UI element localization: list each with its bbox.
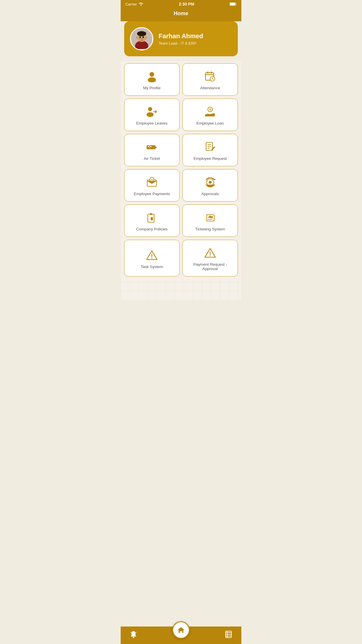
wifi-icon <box>139 2 143 6</box>
menu-item-my-profile[interactable]: My Profile <box>124 63 180 96</box>
svg-point-43 <box>152 258 152 258</box>
menu-label-task-system: Task System <box>141 265 163 269</box>
page-header: Home <box>121 8 241 21</box>
svg-rect-39 <box>150 213 152 215</box>
menu-label-air-ticket: Air Ticket <box>144 156 160 161</box>
menu-item-employee-payments[interactable]: $ Employee Payments <box>124 169 180 202</box>
menu-item-task-system[interactable]: Task System <box>124 240 180 276</box>
menu-label-employee-loan: Employee Loan <box>196 121 224 125</box>
svg-point-21 <box>147 112 154 117</box>
svg-text:$: $ <box>151 178 152 181</box>
svg-point-6 <box>136 36 138 38</box>
menu-item-air-ticket[interactable]: Air Ticket <box>124 134 180 166</box>
menu-grid-area: My Profile Attendance <box>121 61 241 300</box>
svg-point-8 <box>139 36 141 38</box>
menu-label-employee-leaves: Employee Leaves <box>136 121 167 125</box>
menu-item-approvals[interactable]: Approvals <box>182 169 238 202</box>
ticket-plane-icon <box>146 141 158 153</box>
status-left: Carrier <box>125 2 143 6</box>
svg-point-45 <box>210 256 211 256</box>
carrier-label: Carrier <box>125 2 137 6</box>
menu-label-approvals: Approvals <box>201 192 219 196</box>
svg-rect-1 <box>230 3 235 5</box>
triangle-exclamation-icon <box>146 249 158 262</box>
calendar-clock-icon <box>204 70 216 83</box>
page-title: Home <box>174 10 188 16</box>
person-icon <box>146 70 158 83</box>
menu-label-ticketing-system: Ticketing System <box>195 227 225 231</box>
svg-point-7 <box>145 36 147 38</box>
svg-point-20 <box>148 107 152 111</box>
menu-item-ticketing-system[interactable]: Ticketing System <box>182 204 238 237</box>
svg-rect-27 <box>150 146 152 147</box>
menu-item-employee-request[interactable]: Employee Request <box>182 134 238 166</box>
menu-item-attendance[interactable]: Attendance <box>182 63 238 96</box>
menu-grid: My Profile Attendance <box>124 63 238 276</box>
svg-point-10 <box>141 38 142 39</box>
document-pen-icon <box>204 141 216 153</box>
person-arrow-icon <box>146 105 158 118</box>
svg-point-11 <box>150 72 154 77</box>
menu-label-employee-request: Employee Request <box>194 156 227 161</box>
menu-item-employee-loan[interactable]: $ Employee Loan <box>182 99 238 131</box>
plane-document-icon <box>204 211 216 224</box>
triangle-exclamation-2-icon <box>204 246 216 259</box>
menu-label-my-profile: My Profile <box>143 86 161 90</box>
menu-item-employee-leaves[interactable]: Employee Leaves <box>124 99 180 131</box>
svg-point-12 <box>148 77 156 82</box>
menu-label-company-policies: Company Policies <box>136 227 168 231</box>
profile-card[interactable]: Farhan Ahmed Team Lead - IT & ERP <box>124 21 238 56</box>
profile-name: Farhan Ahmed <box>159 32 203 40</box>
gear-arrows-icon <box>204 176 216 189</box>
clipboard-shield-icon <box>146 211 158 224</box>
profile-title: Team Lead - IT & ERP <box>159 41 203 46</box>
svg-point-37 <box>209 181 212 184</box>
hand-money-icon: $ <box>204 105 216 118</box>
svg-rect-24 <box>205 115 207 116</box>
battery-icon <box>230 2 237 6</box>
svg-rect-26 <box>148 146 149 147</box>
profile-info: Farhan Ahmed Team Lead - IT & ERP <box>159 32 203 46</box>
menu-item-payment-request-approval[interactable]: Payment Request - Approval <box>182 240 238 276</box>
avatar-image <box>131 29 152 49</box>
menu-label-attendance: Attendance <box>200 86 220 90</box>
status-bar: Carrier 2:30 PM <box>121 0 241 8</box>
envelope-money-icon: $ <box>146 176 158 189</box>
status-time: 2:30 PM <box>179 2 194 6</box>
avatar <box>130 27 153 50</box>
svg-point-5 <box>137 31 146 36</box>
svg-point-9 <box>143 36 144 38</box>
menu-item-company-policies[interactable]: Company Policies <box>124 204 180 237</box>
svg-text:$: $ <box>209 108 211 111</box>
menu-label-employee-payments: Employee Payments <box>134 192 170 196</box>
status-right <box>230 2 237 6</box>
menu-label-payment-request-approval: Payment Request - Approval <box>186 262 235 271</box>
